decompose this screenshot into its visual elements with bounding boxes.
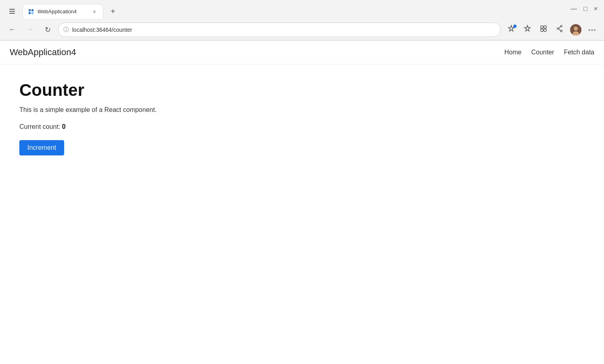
description-text: This is a simple example of a React comp… [19,106,585,114]
browser-toolbar: ← → ↻ ⓘ [0,19,604,40]
svg-rect-9 [541,29,543,31]
info-icon: ⓘ [63,26,69,33]
star-icon [523,25,531,35]
minimize-button[interactable]: — [571,6,577,12]
count-value: 0 [62,123,66,130]
svg-rect-6 [31,12,33,14]
nav-fetch-data-link[interactable]: Fetch data [564,49,594,56]
main-content: Counter This is a simple example of a Re… [0,64,604,172]
sidebar-toggle-button[interactable] [5,4,19,19]
svg-point-11 [557,28,559,29]
window-controls: — □ × [571,6,598,12]
svg-line-14 [559,27,560,28]
more-icon: ⋯ [588,25,596,35]
profile-button[interactable] [569,23,583,37]
svg-rect-10 [544,29,546,31]
more-button[interactable]: ⋯ [585,23,599,37]
tab-title: WebApplication4 [37,8,87,14]
title-bar: WebApplication4 × + — □ × [0,0,604,19]
svg-rect-1 [9,11,15,12]
app-title: WebApplication4 [10,47,76,58]
collections-button[interactable] [536,23,551,37]
toolbar-icons: ⋯ [504,23,599,37]
share-icon [556,25,564,35]
favorites-button[interactable] [520,23,535,37]
badge-dot [513,25,517,28]
svg-rect-2 [9,13,15,14]
nav-home-link[interactable]: Home [504,49,522,56]
favorites-badge-button[interactable] [504,23,519,37]
svg-rect-7 [541,26,543,28]
close-window-button[interactable]: × [594,6,598,12]
share-button[interactable] [552,23,567,37]
address-input[interactable] [72,27,496,33]
svg-point-12 [560,25,562,27]
svg-rect-8 [544,26,546,28]
star-badge-icon [507,25,515,35]
svg-line-15 [559,29,560,31]
navigation: Home Counter Fetch data [504,49,594,56]
forward-button[interactable]: → [23,23,37,37]
reload-button[interactable]: ↻ [40,23,55,37]
app-header: WebApplication4 Home Counter Fetch data [0,41,604,64]
svg-rect-3 [29,9,31,11]
svg-rect-5 [29,12,31,14]
page-heading: Counter [19,81,585,100]
count-line: Current count: 0 [19,123,585,130]
svg-rect-4 [31,9,33,11]
svg-point-17 [574,27,578,31]
tab-close-button[interactable]: × [91,8,98,15]
increment-button[interactable]: Increment [19,140,64,155]
maximize-button[interactable]: □ [583,6,587,12]
browser-chrome: WebApplication4 × + — □ × ← → ↻ ⓘ [0,0,604,41]
tab-favicon [28,8,34,15]
new-tab-button[interactable]: + [106,5,119,18]
browser-tab-active[interactable]: WebApplication4 × [23,4,103,19]
address-bar[interactable]: ⓘ [58,23,501,37]
avatar [570,24,581,35]
collections-icon [539,25,548,35]
svg-point-13 [560,30,562,32]
svg-rect-0 [9,9,15,10]
count-prefix: Current count: [19,123,60,130]
page-content: WebApplication4 Home Counter Fetch data … [0,41,604,364]
nav-counter-link[interactable]: Counter [531,49,554,56]
back-button[interactable]: ← [5,23,19,37]
